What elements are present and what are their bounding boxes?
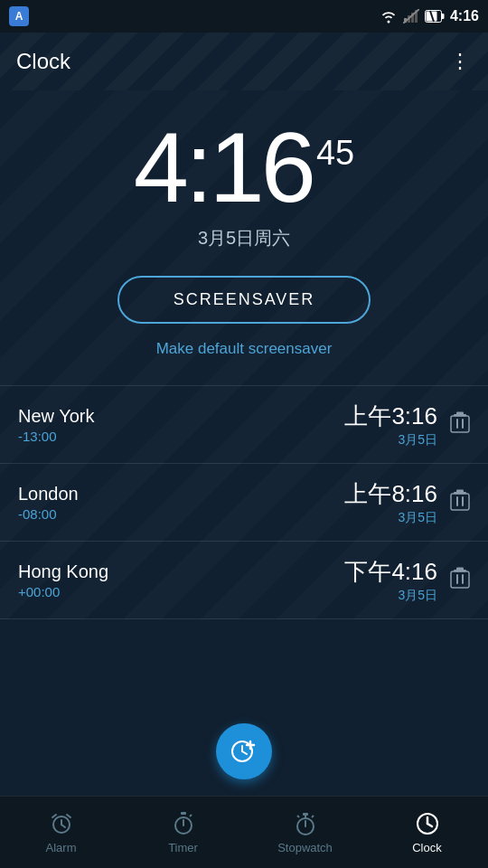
- svg-rect-40: [303, 813, 308, 816]
- app-title: Clock: [16, 49, 70, 74]
- nav-label-clock: Clock: [412, 841, 442, 854]
- nav-item-alarm[interactable]: Alarm: [0, 810, 122, 854]
- status-bar: A 4:16: [0, 0, 488, 33]
- svg-line-43: [297, 816, 299, 817]
- table-row: London -08:00 上午8:16 3月5日: [0, 464, 488, 542]
- nav-item-clock[interactable]: Clock: [366, 810, 488, 854]
- svg-line-26: [242, 751, 247, 754]
- main-content: 4:16 45 3月5日周六 SCREENSAVER Make default …: [0, 90, 488, 619]
- world-date-london: 3月5日: [344, 510, 437, 526]
- city-name: Hong Kong: [18, 561, 108, 582]
- svg-line-32: [52, 815, 56, 817]
- svg-rect-16: [462, 496, 464, 506]
- signal-icon: [403, 9, 419, 24]
- svg-rect-20: [456, 574, 458, 584]
- period-london: 上午: [344, 480, 391, 507]
- svg-rect-19: [451, 571, 469, 588]
- status-time: 4:16: [450, 8, 479, 24]
- city-info-hongkong: Hong Kong +00:00: [18, 561, 108, 599]
- svg-rect-34: [181, 812, 186, 815]
- wifi-icon: [380, 9, 398, 24]
- world-time-main: 上午8:16: [344, 478, 437, 510]
- world-time-newyork: 上午3:16 3月5日: [344, 401, 437, 448]
- clock-right-london: 上午8:16 3月5日: [344, 478, 470, 526]
- svg-line-46: [427, 824, 432, 826]
- svg-line-33: [67, 815, 70, 817]
- period-hongkong: 下午: [344, 558, 391, 585]
- make-default-link[interactable]: Make default screensaver: [156, 340, 333, 358]
- delete-hongkong-button[interactable]: [450, 566, 470, 595]
- app-page: A 4:16: [0, 0, 488, 868]
- world-date-hongkong: 3月5日: [344, 588, 437, 604]
- city-offset: -08:00: [18, 506, 79, 522]
- time-hongkong: 4:16: [391, 558, 437, 585]
- svg-line-42: [312, 816, 314, 817]
- clock-time: 4:16: [134, 118, 313, 217]
- battery-icon: [425, 10, 445, 23]
- city-offset: +00:00: [18, 584, 108, 599]
- bottom-nav: Alarm Timer Stopwatch: [0, 796, 488, 868]
- svg-rect-9: [451, 416, 469, 432]
- city-name: New York: [18, 406, 95, 427]
- svg-rect-11: [462, 419, 464, 429]
- clock-right-hongkong: 下午4:16 3月5日: [344, 556, 470, 604]
- world-time-hongkong: 下午4:16 3月5日: [344, 556, 437, 604]
- svg-rect-6: [441, 14, 444, 19]
- city-info-newyork: New York -13:00: [18, 406, 95, 444]
- add-clock-icon: [229, 736, 259, 767]
- clock-right-newyork: 上午3:16 3月5日: [344, 401, 470, 448]
- timer-icon: [170, 810, 197, 837]
- world-time-london: 上午8:16 3月5日: [344, 478, 437, 526]
- world-clocks-list: New York -13:00 上午3:16 3月5日: [0, 385, 488, 619]
- menu-icon[interactable]: ⋮: [450, 50, 472, 73]
- svg-line-37: [190, 815, 192, 816]
- app-icon: A: [9, 6, 29, 26]
- clock-date: 3月5日周六: [198, 226, 290, 250]
- stopwatch-icon: [292, 810, 319, 837]
- city-offset: -13:00: [18, 429, 95, 444]
- world-time-main: 上午3:16: [344, 401, 437, 432]
- svg-line-31: [61, 825, 65, 827]
- time-london: 8:16: [391, 480, 437, 507]
- period-newyork: 上午: [344, 402, 391, 429]
- svg-rect-15: [456, 496, 458, 506]
- time-newyork: 3:16: [391, 402, 437, 429]
- svg-rect-10: [456, 419, 458, 429]
- table-row: New York -13:00 上午3:16 3月5日: [0, 386, 488, 464]
- screensaver-button[interactable]: SCREENSAVER: [117, 276, 371, 324]
- svg-rect-13: [456, 411, 464, 414]
- alarm-icon: [48, 810, 75, 837]
- nav-label-alarm: Alarm: [46, 841, 77, 854]
- svg-rect-21: [462, 574, 464, 584]
- city-name: London: [18, 484, 79, 505]
- city-info-london: London -08:00: [18, 484, 79, 522]
- delete-newyork-button[interactable]: [450, 410, 470, 439]
- status-right: 4:16: [380, 8, 479, 24]
- nav-label-timer: Timer: [168, 841, 198, 854]
- clock-seconds: 45: [316, 134, 354, 173]
- svg-rect-14: [451, 494, 469, 510]
- nav-item-timer[interactable]: Timer: [122, 810, 244, 854]
- world-date-newyork: 3月5日: [344, 432, 437, 448]
- clock-icon: [414, 810, 441, 837]
- world-time-main: 下午4:16: [344, 556, 437, 588]
- svg-rect-18: [456, 489, 464, 492]
- app-header: Clock ⋮: [0, 33, 488, 90]
- nav-item-stopwatch[interactable]: Stopwatch: [244, 810, 366, 854]
- delete-london-button[interactable]: [450, 488, 470, 517]
- table-row: Hong Kong +00:00 下午4:16 3月5日: [0, 542, 488, 619]
- add-clock-button[interactable]: [216, 723, 272, 779]
- nav-label-stopwatch: Stopwatch: [277, 841, 333, 854]
- status-left: A: [9, 6, 29, 26]
- svg-rect-23: [456, 567, 464, 570]
- clock-display: 4:16 45: [134, 118, 354, 217]
